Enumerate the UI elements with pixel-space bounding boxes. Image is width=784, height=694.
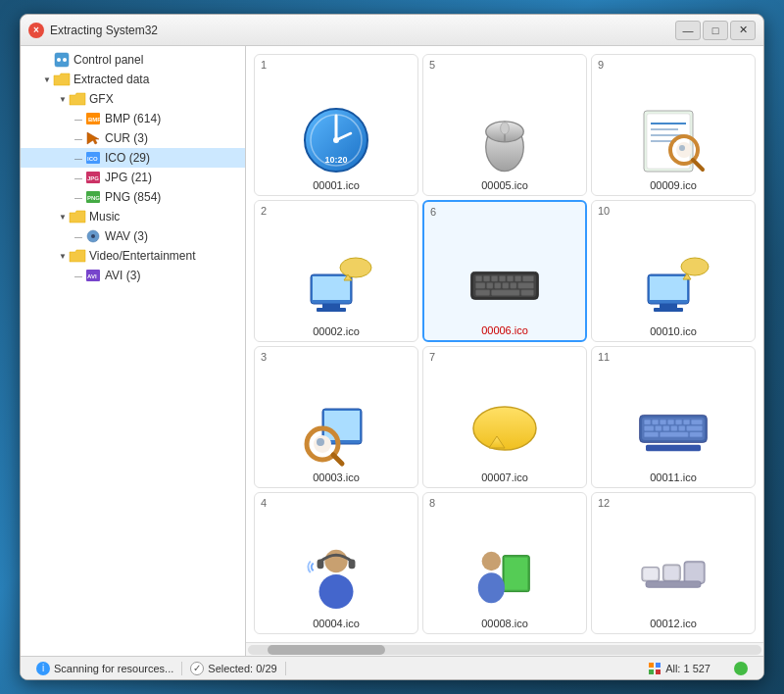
status-green-dot bbox=[726, 662, 756, 675]
icon-cell-12[interactable]: 12 bbox=[591, 492, 756, 634]
icon-label-1: 00001.ico bbox=[313, 179, 360, 191]
icon-image-6 bbox=[469, 250, 540, 321]
svg-rect-91 bbox=[690, 432, 703, 437]
svg-text:10:20: 10:20 bbox=[324, 155, 347, 165]
content-area: Control panel ▼ Extracted data ▼ GFX bbox=[21, 46, 763, 656]
maximize-button[interactable]: □ bbox=[703, 21, 728, 40]
video-label: Video/Entertainment bbox=[89, 249, 196, 263]
icon-label-9: 00009.ico bbox=[650, 179, 697, 191]
icon-cell-7[interactable]: 7 00007.ico bbox=[422, 346, 587, 488]
svg-point-64 bbox=[681, 258, 709, 275]
ico-icon: ICO bbox=[85, 150, 101, 166]
icon-label-4: 00004.ico bbox=[313, 618, 360, 629]
svg-point-2 bbox=[63, 58, 67, 62]
png-label: PNG (854) bbox=[105, 190, 161, 204]
icon-cell-3[interactable]: 3 00003.ico bbox=[254, 346, 418, 488]
control-panel-label: Control panel bbox=[74, 53, 143, 67]
window-controls: — □ ✕ bbox=[675, 21, 756, 40]
cell-number-11: 11 bbox=[598, 351, 610, 363]
arrow-bmp: — bbox=[72, 112, 85, 125]
svg-rect-108 bbox=[649, 663, 654, 668]
svg-text:PNG: PNG bbox=[87, 195, 100, 201]
sidebar-item-video[interactable]: ▼ Video/Entertainment bbox=[21, 246, 245, 266]
icon-cell-6[interactable]: 6 bbox=[422, 200, 587, 342]
icon-image-10 bbox=[638, 251, 709, 322]
svg-point-100 bbox=[478, 572, 505, 603]
sidebar-item-png[interactable]: — PNG PNG (854) bbox=[21, 187, 245, 207]
svg-text:JPG: JPG bbox=[87, 175, 99, 181]
arrow-png: — bbox=[72, 190, 85, 204]
icon-label-2: 00002.ico bbox=[313, 325, 360, 337]
sidebar-item-music[interactable]: ▼ Music bbox=[21, 207, 245, 226]
svg-rect-50 bbox=[522, 275, 533, 281]
sidebar-item-gfx[interactable]: ▼ GFX bbox=[21, 89, 245, 109]
icon-cell-8[interactable]: 8 00008.ico bbox=[422, 492, 587, 634]
sidebar-item-ico[interactable]: — ICO ICO (29) bbox=[21, 148, 245, 168]
jpg-label: JPG (21) bbox=[105, 171, 152, 184]
icon-image-3 bbox=[301, 397, 371, 468]
svg-rect-51 bbox=[475, 283, 485, 289]
icon-cell-1[interactable]: 1 10:20 00001.ico bbox=[254, 54, 418, 196]
sidebar-item-extracted-data[interactable]: ▼ Extracted data bbox=[21, 70, 245, 89]
svg-rect-89 bbox=[644, 432, 658, 437]
extracted-data-label: Extracted data bbox=[74, 73, 149, 86]
svg-rect-104 bbox=[664, 566, 678, 579]
svg-rect-46 bbox=[491, 275, 497, 281]
svg-rect-53 bbox=[495, 283, 501, 289]
arrow-control-panel bbox=[40, 53, 54, 67]
svg-rect-83 bbox=[644, 426, 654, 431]
ico-label: ICO (29) bbox=[105, 151, 150, 165]
icon-cell-10[interactable]: 10 00010.ico bbox=[591, 200, 756, 342]
icon-cell-2[interactable]: 2 00002.ico bbox=[254, 200, 418, 342]
icon-label-8: 00008.ico bbox=[481, 618, 528, 629]
bmp-label: BMP (614) bbox=[105, 112, 161, 125]
icon-label-7: 00007.ico bbox=[481, 471, 528, 483]
svg-point-94 bbox=[319, 574, 354, 609]
svg-rect-84 bbox=[656, 426, 662, 431]
svg-rect-95 bbox=[318, 560, 324, 570]
icon-image-8 bbox=[469, 543, 540, 614]
cell-number-5: 5 bbox=[429, 59, 435, 71]
close-button[interactable]: ✕ bbox=[730, 21, 756, 40]
all-icon bbox=[648, 662, 662, 675]
wav-label: WAV (3) bbox=[105, 229, 148, 243]
svg-rect-85 bbox=[663, 426, 669, 431]
window-title: Extracting System32 bbox=[50, 24, 675, 37]
svg-rect-76 bbox=[644, 420, 650, 424]
title-bar: × Extracting System32 — □ ✕ bbox=[21, 15, 763, 46]
sidebar-item-bmp[interactable]: — BMP BMP (614) bbox=[21, 109, 245, 128]
arrow-wav: — bbox=[72, 229, 85, 243]
svg-point-20 bbox=[333, 137, 339, 143]
cell-number-3: 3 bbox=[261, 351, 267, 363]
control-panel-icon bbox=[54, 52, 70, 68]
sidebar-item-jpg[interactable]: — JPG JPG (21) bbox=[21, 168, 245, 187]
icon-image-7 bbox=[469, 397, 540, 468]
horizontal-scrollbar[interactable] bbox=[246, 642, 763, 656]
scrollbar-thumb[interactable] bbox=[268, 645, 385, 655]
svg-rect-109 bbox=[656, 663, 661, 668]
svg-text:ICO: ICO bbox=[87, 156, 98, 162]
svg-rect-80 bbox=[675, 420, 681, 424]
svg-rect-58 bbox=[491, 290, 519, 296]
sidebar-item-cur[interactable]: — CUR (3) bbox=[21, 128, 245, 148]
sidebar-item-control-panel[interactable]: Control panel bbox=[21, 50, 245, 70]
cell-number-1: 1 bbox=[261, 59, 267, 71]
video-icon bbox=[70, 248, 85, 264]
check-icon: ✓ bbox=[190, 662, 204, 675]
cell-number-9: 9 bbox=[598, 59, 604, 71]
icon-cell-5[interactable]: 5 bbox=[422, 54, 587, 196]
svg-text:AVI: AVI bbox=[87, 273, 97, 279]
icon-cell-9[interactable]: 9 bbox=[591, 54, 756, 196]
arrow-extracted-data: ▼ bbox=[40, 73, 54, 86]
svg-rect-49 bbox=[514, 275, 520, 281]
main-panel: 1 10:20 00001.ico bbox=[246, 46, 763, 656]
icon-cell-4[interactable]: 4 bbox=[254, 492, 418, 634]
music-icon bbox=[70, 209, 85, 224]
icon-image-1: 10:20 bbox=[301, 105, 371, 175]
icon-cell-11[interactable]: 11 bbox=[591, 346, 756, 488]
svg-rect-78 bbox=[660, 420, 665, 424]
sidebar-item-avi[interactable]: — AVI AVI (3) bbox=[21, 266, 245, 285]
selected-text: Selected: 0/29 bbox=[208, 663, 276, 674]
sidebar-item-wav[interactable]: — WAV (3) bbox=[21, 226, 245, 246]
minimize-button[interactable]: — bbox=[675, 21, 701, 40]
